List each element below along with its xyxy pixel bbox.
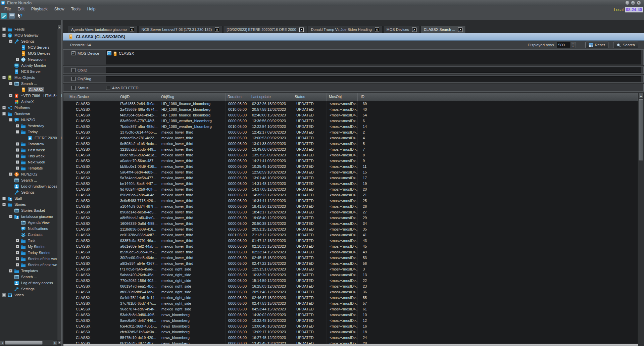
table-row[interactable]: CLASSX890ef8ca-7a8a-464e...mexico_lower_… xyxy=(63,192,638,198)
sidebar-item-feeds[interactable]: +Feeds xyxy=(0,26,62,32)
objid-input[interactable] xyxy=(106,67,641,73)
collapse-icon[interactable]: − xyxy=(9,40,12,43)
expand-icon[interactable]: + xyxy=(16,154,19,158)
table-row[interactable]: CLASSX5a7d4aed-ac5b-477...mexico_lower_t… xyxy=(63,175,638,181)
sidebar-item-newsroom[interactable]: +Newsroom xyxy=(0,56,62,62)
column-header-last-update[interactable]: Last update xyxy=(248,93,291,101)
expand-icon[interactable]: + xyxy=(16,257,19,260)
table-row[interactable]: CLASSX2a435669-f86a-4574...HD_1080_finan… xyxy=(63,107,638,112)
sidebar-item-mos-objects[interactable]: −Mos Objects xyxy=(0,75,62,81)
expand-icon[interactable]: + xyxy=(16,251,19,254)
sidebar-item-stories-of-next-week[interactable]: +Stories of next week xyxy=(0,262,62,268)
table-row[interactable]: CLASSX5a64fff4-6ed4-4e83-...mexico_lower… xyxy=(63,169,638,175)
sidebar-item-settings[interactable]: Settings xyxy=(0,189,62,195)
sidebar-item-stories-basket[interactable]: Stories Basket xyxy=(0,207,62,213)
expand-icon[interactable]: + xyxy=(2,293,6,297)
table-row[interactable]: CLASSX770e2082-158d-402...mexico_right_s… xyxy=(63,278,638,284)
sidebar-item-task[interactable]: +Task xyxy=(0,238,62,244)
table-row[interactable]: CLASSXfce4c911-368f-4351-...news_bloombe… xyxy=(63,324,638,329)
table-row[interactable]: CLASSX8aec6a60-de57-446...news_bloomberg… xyxy=(63,318,638,324)
minimize-icon[interactable]: – xyxy=(625,1,630,5)
menu-help[interactable]: Help xyxy=(84,6,99,12)
table-row[interactable]: CLASSXa6d1e68e-fef2-44ab-...mexico_lower… xyxy=(63,244,638,249)
sidebar-item-notifications[interactable]: Notifications xyxy=(0,226,62,232)
sidebar-item-templates[interactable]: +Templates xyxy=(0,268,62,274)
scrollbar-thumb[interactable] xyxy=(639,99,643,160)
menu-edit[interactable]: Edit xyxy=(14,6,28,12)
table-row[interactable]: CLASSXb59f6dc5-c8cc-46fe-...mexico_lower… xyxy=(63,249,638,255)
menu-file[interactable]: File xyxy=(1,6,14,12)
sidebar-item-template[interactable]: +Template xyxy=(0,165,62,171)
displayed-rows-stepper[interactable]: 500 ▲ ▼ xyxy=(557,42,576,48)
grid-vertical-scrollbar[interactable]: ▲ xyxy=(638,93,644,346)
collapse-icon[interactable]: − xyxy=(2,34,6,37)
expand-icon[interactable]: + xyxy=(16,239,19,242)
sidebar-item-mos-gateway[interactable]: −mMOS Gateway xyxy=(0,32,62,38)
sidebar-item-log-of-story-access[interactable]: Log of story access xyxy=(0,280,62,286)
sidebar-item-my-stories[interactable]: +My Stories xyxy=(0,244,62,250)
expand-icon[interactable]: + xyxy=(2,197,6,200)
sidebar-item-search[interactable]: Search ... xyxy=(0,274,62,280)
sidebar-item-search[interactable]: Search ... xyxy=(0,177,62,183)
sidebar-item-classx[interactable]: CLASSX xyxy=(0,87,62,93)
scroll-left-icon[interactable]: ◀ xyxy=(0,340,5,345)
sidebar-item-tantalocco-giacomo[interactable]: −tantalocco giacomo xyxy=(0,213,62,219)
table-row[interactable]: CLASSXcc01328e-668d-4df7...mexico_lower_… xyxy=(63,232,638,238)
table-row[interactable]: CLASSX30f2cc00-9bd8-46de...mexico_lower_… xyxy=(63,255,638,261)
table-row[interactable]: CLASSXcfcb32d9-51b8-4e3a...news_bloomber… xyxy=(63,329,638,335)
device-item-checkbox[interactable]: ✓ xyxy=(107,51,111,55)
table-row[interactable]: CLASSXb90ad14e-be58-4d5...mexico_lower_t… xyxy=(63,209,638,215)
collapse-icon[interactable]: − xyxy=(2,76,6,79)
restore-icon[interactable]: □ xyxy=(631,1,635,5)
objid-checkbox[interactable] xyxy=(71,68,76,72)
collapse-icon[interactable]: − xyxy=(9,215,12,218)
table-row[interactable]: CLASSX53ab3b8d-0d80-49f6...news_bloomber… xyxy=(63,312,638,318)
tab-close-icon[interactable]: × xyxy=(412,28,416,32)
column-header-objid[interactable]: ObjID xyxy=(118,93,159,101)
search-button[interactable]: Search xyxy=(613,42,638,48)
expand-icon[interactable]: + xyxy=(2,28,6,31)
table-row[interactable]: CLASSX9e508fa2-c1b6-4cdc...mexico_lower_… xyxy=(63,141,638,147)
sidebar-item-activex[interactable]: ActiveX xyxy=(0,99,62,105)
spin-down-icon[interactable]: ▼ xyxy=(571,45,576,48)
expand-icon[interactable]: + xyxy=(9,172,12,176)
table-row[interactable]: CLASSX16066339-0a6d-4f55...mexico_lower_… xyxy=(63,221,638,227)
sidebar-item-tomorrow[interactable]: +Tomorrow xyxy=(0,141,62,147)
table-row[interactable]: CLASSXf7a64853-2e84-4b0a...HD_1080_finan… xyxy=(63,101,638,107)
scroll-up-icon[interactable]: ▲ xyxy=(57,25,61,29)
sidebar-item-yesterday[interactable]: +Yesterday xyxy=(0,123,62,129)
table-row[interactable]: CLASSX1375cffc-c614-44b5-...mexico_lower… xyxy=(63,130,638,135)
tab-close-icon[interactable]: × xyxy=(375,28,379,32)
objslug-input[interactable] xyxy=(106,76,641,82)
expand-icon[interactable]: + xyxy=(16,58,19,61)
sidebar-item-stories-of-this-week[interactable]: +Stories of this week xyxy=(0,256,62,262)
sidebar-item-mos-devices[interactable]: MOS Devices xyxy=(0,50,62,56)
tab-donald-trump-vs-joe-biden-heading[interactable]: Donald Trump Vs Joe Biden Heading× xyxy=(308,26,383,33)
grid-horizontal-scrollbar[interactable] xyxy=(63,344,638,346)
expand-icon[interactable]: + xyxy=(16,142,19,146)
table-row[interactable]: CLASSXa8b5fdad-1af0-4bd0-...mexico_lower… xyxy=(63,215,638,221)
column-header-mosobj[interactable]: MosObj xyxy=(327,93,358,101)
collapse-icon[interactable]: − xyxy=(2,112,6,115)
sidebar-item-ver-7996-html5-web-m[interactable]: +5~VER 7996 - HTML5 web M xyxy=(0,93,62,99)
scroll-down-icon[interactable]: ▼ xyxy=(57,340,61,345)
menu-show[interactable]: Show xyxy=(51,6,68,12)
sidebar-item-stories[interactable]: −Stories xyxy=(0,201,62,207)
context-help-icon[interactable]: ? xyxy=(17,13,23,19)
table-row[interactable]: CLASSXbe1440fc-8bc5-44f7-...mexico_lower… xyxy=(63,181,638,187)
displayed-rows-value[interactable]: 500 xyxy=(557,42,571,48)
close-icon[interactable]: × xyxy=(637,1,641,5)
expand-icon[interactable]: + xyxy=(16,166,19,170)
panel-tool-icon[interactable] xyxy=(9,13,15,19)
scrollbar-thumb[interactable] xyxy=(5,341,43,345)
tab-classx-search[interactable]: CLASSX Search ...× xyxy=(420,26,466,33)
collapse-icon[interactable]: − xyxy=(16,130,19,134)
table-row[interactable]: CLASSXeefaac5b-e781-4c22...mexico_lower_… xyxy=(63,135,638,141)
sidebar-item-contacts[interactable]: Contacts xyxy=(0,232,62,238)
sidebar-horizontal-scrollbar[interactable]: ◀ ▶ xyxy=(0,340,58,345)
column-header-duration[interactable]: Duration xyxy=(226,93,248,101)
sidebar-item-ncs-server[interactable]: NCS Server xyxy=(0,68,62,75)
tab-close-icon[interactable]: × xyxy=(215,28,219,32)
sidebar-item-ncs-servers[interactable]: NCS Servers xyxy=(0,44,62,50)
table-row[interactable]: CLASSX5abdd490-26eb-45d...mexico_right_s… xyxy=(63,272,638,278)
